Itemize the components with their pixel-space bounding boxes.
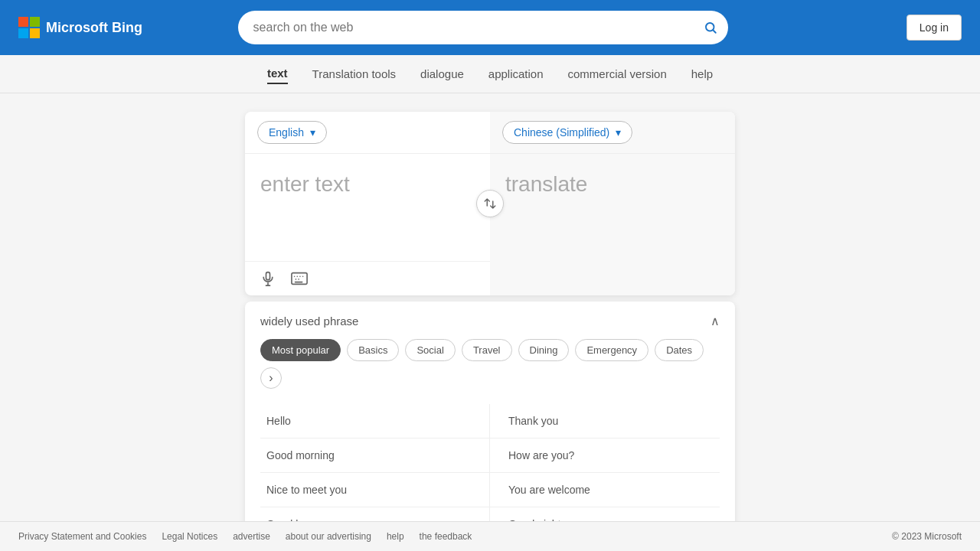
footer-advertise[interactable]: advertise: [233, 531, 270, 542]
svg-line-1: [713, 30, 715, 32]
target-placeholder-text: translate: [505, 172, 587, 196]
footer-legal[interactable]: Legal Notices: [162, 531, 217, 542]
target-panel-header: Chinese (Simplified) ▾: [490, 112, 735, 154]
phrase-you-are-welcome[interactable]: You are welcome: [490, 473, 720, 507]
phrases-collapse-icon[interactable]: ∧: [710, 314, 720, 328]
source-language-select[interactable]: English ▾: [257, 121, 327, 144]
tab-dining[interactable]: Dining: [518, 339, 570, 361]
phrase-nice-to-meet[interactable]: Nice to meet you: [260, 473, 490, 507]
nav-text[interactable]: text: [267, 64, 288, 84]
search-bar: [238, 11, 728, 44]
phrases-header: widely used phrase ∧: [260, 314, 720, 328]
nav-application[interactable]: application: [488, 64, 544, 83]
tab-dates[interactable]: Dates: [655, 339, 704, 361]
more-tabs-button[interactable]: ›: [260, 367, 282, 389]
nav-commercial[interactable]: commercial version: [568, 64, 667, 83]
tab-basics[interactable]: Basics: [347, 339, 399, 361]
main-content: English ▾ enter text: [0, 93, 980, 551]
footer-help[interactable]: help: [387, 531, 404, 542]
footer-copyright: © 2023 Microsoft: [892, 531, 962, 542]
source-lang-chevron-icon: ▾: [310, 126, 315, 139]
nav-translation-tools[interactable]: Translation tools: [312, 64, 397, 83]
svg-rect-2: [266, 272, 270, 280]
ms-logo-icon: [18, 17, 40, 38]
footer-privacy[interactable]: Privacy Statement and Cookies: [18, 531, 146, 542]
source-language-label: English: [269, 126, 304, 139]
nav-help[interactable]: help: [691, 64, 713, 83]
search-icon: [704, 21, 717, 34]
microphone-icon: [260, 271, 276, 286]
phrase-good-morning[interactable]: Good morning: [260, 439, 490, 473]
source-panel-footer: [245, 261, 490, 295]
footer: Privacy Statement and Cookies Legal Noti…: [0, 521, 980, 551]
tab-most-popular[interactable]: Most popular: [260, 339, 341, 361]
target-panel: Chinese (Simplified) ▾ translate: [490, 112, 735, 295]
footer-links: Privacy Statement and Cookies Legal Noti…: [18, 531, 472, 542]
phrases-section: widely used phrase ∧ Most popular Basics…: [245, 302, 735, 551]
target-panel-body: translate: [490, 154, 735, 261]
source-panel-body[interactable]: enter text: [245, 154, 490, 261]
swap-languages-button[interactable]: [476, 190, 504, 217]
nav-dialogue[interactable]: dialogue: [420, 64, 464, 83]
phrase-thank-you[interactable]: Thank you: [490, 404, 720, 439]
brand-name: Microsoft Bing: [46, 20, 142, 36]
target-lang-chevron-icon: ▾: [616, 126, 621, 139]
search-input[interactable]: [238, 11, 728, 44]
nav-bar: text Translation tools dialogue applicat…: [0, 55, 980, 93]
login-button[interactable]: Log in: [906, 15, 962, 41]
target-language-label: Chinese (Simplified): [514, 126, 609, 139]
phrase-how-are-you[interactable]: How are you?: [490, 439, 720, 473]
phrases-title: widely used phrase: [260, 315, 358, 328]
tab-emergency[interactable]: Emergency: [575, 339, 648, 361]
phrase-tabs: Most popular Basics Social Travel Dining…: [260, 339, 720, 389]
keyboard-button[interactable]: [288, 268, 311, 289]
brand-logo: Microsoft Bing: [18, 17, 142, 38]
search-button[interactable]: [704, 21, 717, 34]
header: Microsoft Bing Log in: [0, 0, 980, 55]
source-panel-header: English ▾: [245, 112, 490, 154]
phrase-hello[interactable]: Hello: [260, 404, 490, 439]
source-placeholder-text: enter text: [260, 172, 350, 196]
source-panel: English ▾ enter text: [245, 112, 490, 295]
translator-box: English ▾ enter text: [245, 112, 735, 295]
footer-about-advertising[interactable]: about our advertising: [286, 531, 371, 542]
keyboard-icon: [291, 271, 308, 286]
target-language-select[interactable]: Chinese (Simplified) ▾: [502, 121, 632, 144]
tab-social[interactable]: Social: [405, 339, 455, 361]
tab-travel[interactable]: Travel: [462, 339, 512, 361]
swap-icon: [483, 197, 497, 210]
footer-feedback[interactable]: the feedback: [420, 531, 472, 542]
microphone-button[interactable]: [257, 268, 279, 289]
